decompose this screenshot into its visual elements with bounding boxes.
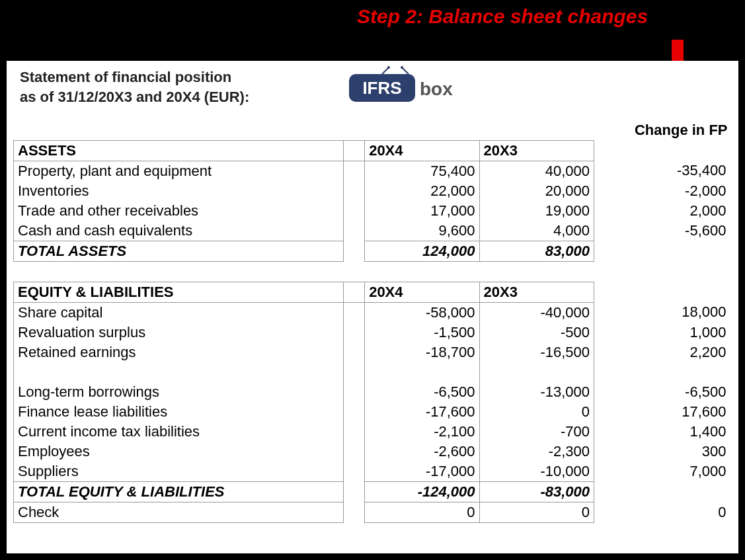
total-value: 83,000 [479,241,594,261]
row-label: Long-term borrowings [14,382,344,402]
table-row: Employees -2,600 -2,300 300 [14,442,730,461]
table-row: Retained earnings -18,700 -16,500 2,200 [14,342,730,362]
total-value: -83,000 [479,481,594,502]
row-value: 4,000 [479,221,594,241]
row-value: -10,000 [479,461,594,482]
row-change: 1,000 [615,323,730,342]
row-value: -2,600 [365,442,479,461]
row-label: Finance lease liabilities [14,402,344,422]
table-row: Inventories 22,000 20,000 -2,000 [14,181,730,201]
row-change: -35,400 [615,161,730,181]
row-value: -1,500 [365,323,479,342]
svg-point-4 [387,66,390,69]
check-value: 0 [365,502,479,522]
check-row: Check 0 0 0 [14,502,730,522]
svg-line-3 [402,67,409,74]
svg-line-2 [382,67,389,74]
row-value: -18,700 [365,342,479,362]
row-label: Cash and cash equivalents [14,221,344,241]
total-label: TOTAL ASSETS [14,241,344,261]
row-value: -700 [479,422,594,442]
equity-header: EQUITY & LIABILITIES [14,282,344,302]
row-label: Inventories [14,181,344,201]
row-change: 300 [615,442,730,461]
total-label: TOTAL EQUITY & LIABILITIES [14,481,344,502]
row-value: 19,000 [479,201,594,221]
row-value: 17,000 [365,201,479,221]
total-equity-liabilities-row: TOTAL EQUITY & LIABILITIES -124,000 -83,… [14,481,730,502]
row-change: 2,200 [615,342,730,362]
row-value: -500 [479,323,594,342]
row-value: 40,000 [479,161,594,181]
table-row: Cash and cash equivalents 9,600 4,000 -5… [14,221,730,241]
row-change: 17,600 [615,402,730,422]
row-value: 75,400 [365,161,479,181]
row-label: Trade and other receivables [14,201,344,221]
change-column-header: Change in FP [615,120,730,140]
row-value: -2,100 [365,422,479,442]
row-value: -13,000 [479,382,594,402]
total-change [615,241,730,261]
row-label: Share capital [14,302,344,323]
row-label: Current income tax liabilities [14,422,344,442]
row-value: -6,500 [365,382,479,402]
row-value: -17,600 [365,402,479,422]
table-row: Share capital -58,000 -40,000 18,000 [14,302,730,323]
table-row: Trade and other receivables 17,000 19,00… [14,201,730,221]
row-value: -40,000 [479,302,594,323]
col-y1-assets: 20X4 [365,140,479,161]
financial-position-table: Change in FP ASSETS 20X4 20X3 Property, … [13,120,730,523]
table-row: Revaluation surplus -1,500 -500 1,000 [14,323,730,342]
row-value: -17,000 [365,461,479,482]
row-value: -16,500 [479,342,594,362]
step-title: Step 2: Balance sheet changes [357,5,648,28]
check-label: Check [14,502,344,522]
spreadsheet-area: Statement of financial position as of 31… [7,61,738,553]
row-change: 2,000 [615,201,730,221]
row-change: -6,500 [615,382,730,402]
svg-point-5 [401,66,403,69]
row-change: 1,400 [615,422,730,442]
total-assets-row: TOTAL ASSETS 124,000 83,000 [14,241,730,261]
row-label: Property, plant and equipment [14,161,344,181]
row-label: Employees [14,442,344,461]
row-label: Revaluation surplus [14,323,344,342]
col-y2-eq: 20X3 [479,282,594,302]
total-value: 124,000 [365,241,479,261]
total-change [615,481,730,502]
logo-text-box: box [420,79,453,99]
assets-header: ASSETS [14,140,344,161]
row-value: 20,000 [479,181,594,201]
row-value: 0 [479,402,594,422]
row-value: 22,000 [365,181,479,201]
row-change: 7,000 [615,461,730,482]
table-row: Long-term borrowings -6,500 -13,000 -6,5… [14,382,730,402]
row-change: 18,000 [615,302,730,323]
row-value: -58,000 [365,302,479,323]
total-value: -124,000 [365,481,479,502]
row-label: Retained earnings [14,342,344,362]
table-row: Property, plant and equipment 75,400 40,… [14,161,730,181]
row-label: Suppliers [14,461,344,482]
check-value: 0 [479,502,594,522]
logo-text-ifrs: IFRS [362,78,401,98]
row-change: -2,000 [615,181,730,201]
ifrsbox-logo-icon: IFRS box [344,66,463,104]
col-y1-eq: 20X4 [365,282,479,302]
check-change: 0 [615,502,730,522]
table-row: Current income tax liabilities -2,100 -7… [14,422,730,442]
col-y2-assets: 20X3 [479,140,594,161]
table-row: Finance lease liabilities -17,600 0 17,6… [14,402,730,422]
row-change: -5,600 [615,221,730,241]
table-row: Suppliers -17,000 -10,000 7,000 [14,461,730,482]
row-value: 9,600 [365,221,479,241]
row-value: -2,300 [479,442,594,461]
